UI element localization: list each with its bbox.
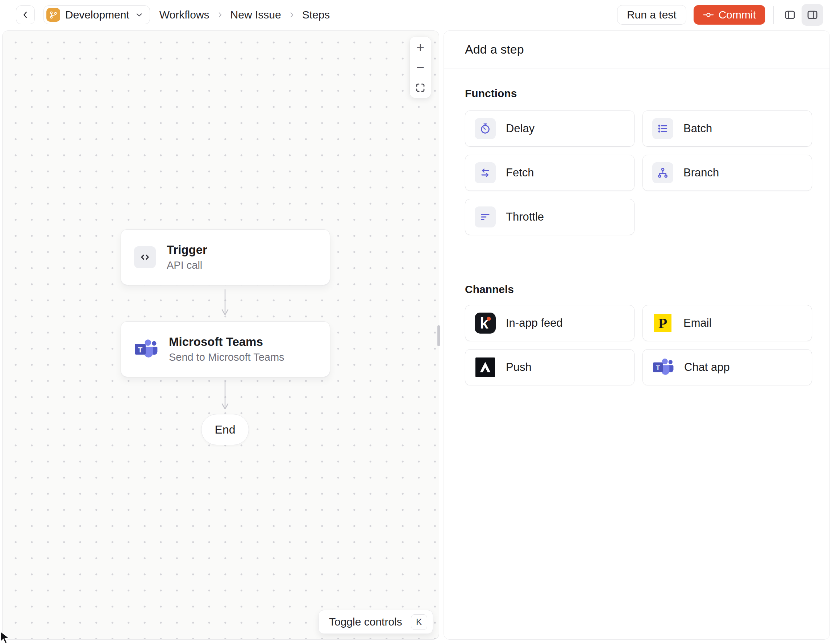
breadcrumb-new-issue[interactable]: New Issue: [230, 9, 281, 21]
panel-resize-handle[interactable]: [437, 325, 440, 346]
teams-node-text: Microsoft Teams Send to Microsoft Teams: [169, 335, 285, 363]
minus-icon: −: [416, 60, 424, 75]
git-commit-icon: [703, 10, 714, 20]
run-a-test-button[interactable]: Run a test: [617, 5, 686, 25]
trigger-step-node[interactable]: Trigger API call: [121, 229, 330, 285]
trigger-node-title: Trigger: [167, 243, 207, 257]
end-node[interactable]: End: [201, 414, 249, 445]
function-card-fetch[interactable]: Fetch: [465, 155, 635, 191]
toggle-right-panel-button[interactable]: [802, 4, 823, 26]
main-area: + −: [0, 30, 832, 644]
function-card-label: Branch: [683, 166, 719, 179]
trigger-node-text: Trigger API call: [167, 243, 207, 271]
teams-node-subtitle: Send to Microsoft Teams: [169, 352, 285, 363]
environment-switcher[interactable]: Development: [43, 5, 150, 24]
chevron-left-icon: [21, 10, 30, 19]
function-card-label: Fetch: [506, 166, 534, 179]
breadcrumb: Workflows New Issue Steps: [160, 9, 330, 21]
microsoft-teams-icon: T: [652, 357, 674, 378]
add-step-panel: Add a step Functions Delay: [443, 30, 830, 640]
filter-lines-icon: [475, 206, 496, 227]
code-icon: [134, 246, 156, 268]
function-card-branch[interactable]: Branch: [643, 155, 812, 191]
svg-text:T: T: [138, 346, 143, 354]
workflow-editor: Development Workflows New Issue Steps Ru…: [0, 0, 832, 644]
org-tree-icon: [652, 162, 673, 183]
channel-card-push[interactable]: Push: [465, 349, 635, 385]
channel-card-label: Chat app: [684, 361, 730, 374]
channel-card-chat-app[interactable]: T Chat app: [643, 349, 812, 385]
breadcrumb-steps: Steps: [302, 9, 330, 21]
function-card-label: Batch: [683, 122, 712, 135]
commit-button[interactable]: Commit: [694, 5, 765, 25]
svg-text:P: P: [658, 315, 667, 331]
channel-card-label: Push: [506, 361, 531, 374]
keyboard-shortcut-badge: K: [411, 614, 427, 630]
section-divider: [465, 265, 819, 265]
plus-icon: +: [416, 40, 424, 55]
toggle-controls-label: Toggle controls: [329, 616, 402, 628]
channel-card-label: Email: [683, 316, 712, 329]
functions-section: Functions Delay: [444, 87, 829, 265]
toggle-left-panel-button[interactable]: [781, 5, 799, 24]
microsoft-teams-step-node[interactable]: T Microsoft Teams Send to Microsoft Team…: [121, 321, 330, 377]
channel-card-email[interactable]: P Email: [643, 305, 812, 341]
panel-title: Add a step: [465, 42, 524, 56]
list-icon: [652, 118, 673, 139]
function-card-label: Delay: [506, 122, 534, 135]
channel-card-label: In-app feed: [506, 316, 563, 329]
channels-section-label: Channels: [465, 283, 819, 296]
environment-label: Development: [65, 9, 130, 21]
channels-section: Channels k In-app feed: [444, 283, 829, 385]
channels-grid: k In-app feed P Ema: [465, 305, 819, 385]
panel-header: Add a step: [444, 31, 829, 69]
swap-arrows-icon: [475, 162, 496, 183]
canvas-zoom-controls: + −: [410, 37, 431, 98]
panel-right-icon: [806, 9, 819, 21]
back-button[interactable]: [16, 5, 35, 24]
postmark-logo-icon: P: [652, 313, 673, 334]
expo-logo-icon: [475, 357, 496, 378]
function-card-label: Throttle: [506, 211, 544, 224]
functions-grid: Delay Batch: [465, 110, 819, 235]
git-branch-icon: [46, 8, 60, 22]
knock-logo-icon: k: [475, 313, 496, 334]
fit-view-button[interactable]: [410, 78, 431, 98]
commit-label: Commit: [718, 9, 756, 21]
stopwatch-icon: [475, 118, 496, 139]
fit-view-icon: [415, 82, 426, 93]
chevron-right-icon: [288, 11, 296, 19]
panel-left-icon: [784, 9, 796, 21]
edge-arrow: [221, 289, 229, 317]
edge-arrow: [221, 381, 229, 411]
header-divider: [773, 6, 774, 24]
function-card-delay[interactable]: Delay: [465, 110, 635, 147]
teams-node-title: Microsoft Teams: [169, 335, 285, 349]
functions-section-label: Functions: [465, 87, 819, 100]
workflow-canvas[interactable]: + −: [2, 30, 439, 640]
top-bar: Development Workflows New Issue Steps Ru…: [0, 0, 832, 30]
svg-text:T: T: [656, 364, 660, 372]
function-card-throttle[interactable]: Throttle: [465, 199, 635, 235]
microsoft-teams-icon: T: [134, 338, 158, 360]
trigger-node-subtitle: API call: [167, 259, 207, 271]
toggle-controls-button[interactable]: Toggle controls K: [318, 610, 433, 634]
channel-card-in-app-feed[interactable]: k In-app feed: [465, 305, 635, 341]
chevron-down-icon: [134, 10, 144, 19]
svg-text:k: k: [480, 315, 488, 332]
breadcrumb-workflows[interactable]: Workflows: [160, 9, 210, 21]
zoom-out-button[interactable]: −: [410, 57, 431, 78]
function-card-batch[interactable]: Batch: [643, 110, 812, 147]
chevron-right-icon: [216, 11, 224, 19]
zoom-in-button[interactable]: +: [410, 37, 431, 57]
